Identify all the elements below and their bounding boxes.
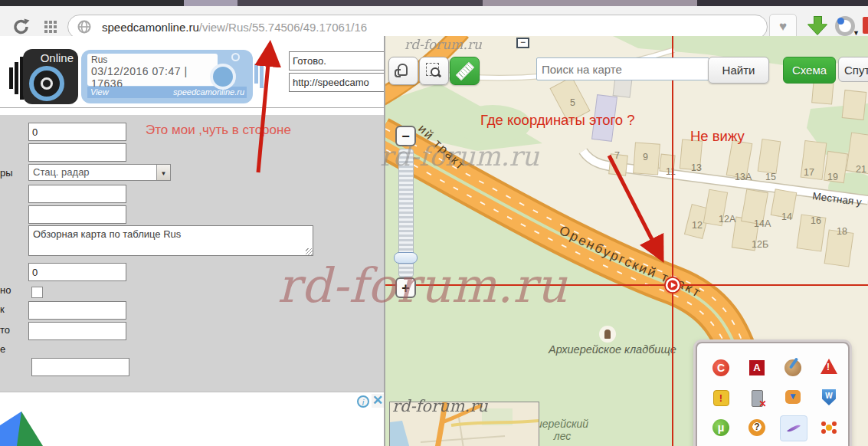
ad-logo <box>0 408 46 446</box>
camera-lens2-icon <box>210 64 236 90</box>
house-number-label: 7 <box>614 150 620 161</box>
crosshair-vertical-line <box>672 36 673 446</box>
zoom-select-tool-button[interactable] <box>419 57 449 85</box>
type-label: ры <box>0 167 13 179</box>
empty-field-5[interactable] <box>28 322 126 340</box>
house-number-label: 9 <box>643 152 648 162</box>
annotation-not-visible: Не вижу <box>690 128 745 145</box>
zoom-control: − + <box>394 126 418 302</box>
annotation-note: Это мои ,чуть в стороне <box>146 123 291 138</box>
overview-minimap[interactable] <box>389 402 539 446</box>
clipped-extension-icon[interactable] <box>863 17 868 34</box>
dropdown-arrow-icon[interactable]: ▼ <box>156 165 170 180</box>
url-text[interactable]: speedcamonline.ru/view/Rus/55.74506/49.1… <box>102 21 367 34</box>
map-search-input[interactable] <box>536 57 709 80</box>
divider <box>0 107 384 108</box>
map-canvas[interactable]: Оренбургский тракт ий тракт Местная у Гд… <box>385 36 868 446</box>
logo-online-label: Online <box>41 51 74 64</box>
empty-field-4[interactable] <box>28 301 126 320</box>
ad-banner[interactable]: i ✕ <box>0 392 384 446</box>
tray-icons-panel: CA!!✕▼Wµ? <box>696 342 850 446</box>
description-textarea[interactable] <box>28 225 313 256</box>
crosshair-horizontal-line <box>385 284 868 286</box>
id-field[interactable] <box>28 123 126 141</box>
house-number-label: 17 <box>804 167 814 178</box>
flag1-label: но <box>0 284 11 296</box>
house-number-label: 12 <box>692 220 703 231</box>
zoom-in-button[interactable]: + <box>395 277 416 298</box>
ruler-tool-button[interactable] <box>450 57 480 85</box>
house-number-label: 14 <box>781 212 792 222</box>
speed-gauge-icon[interactable]: ? <box>744 415 770 440</box>
ruler-icon <box>456 62 474 80</box>
empty-field-6[interactable] <box>31 358 129 376</box>
url-path: /view/Rus/55.74506/49.17061/16 <box>199 21 367 34</box>
reload-icon[interactable] <box>12 18 31 36</box>
red-flower-icon[interactable] <box>816 415 842 440</box>
house-number-label: 19 <box>827 172 838 182</box>
angle-field[interactable] <box>28 263 126 281</box>
flag4-label: е <box>0 343 5 355</box>
banner-view-label: View <box>90 87 109 97</box>
minimap-graphics <box>390 402 539 446</box>
zoom-out-button[interactable]: − <box>395 126 416 146</box>
left-pane: Online Rus 03/12/2016 07:47 | 17636 View… <box>0 36 385 446</box>
speedcam-logo-icon: Online <box>23 49 78 104</box>
banner-site-label: speedcamonline.ru <box>173 87 244 97</box>
empty-field-1[interactable] <box>28 143 126 162</box>
globe-icon <box>77 20 91 34</box>
puzzle-warning-icon[interactable]: ! <box>708 385 734 410</box>
warning-triangle-icon[interactable]: ! <box>816 356 842 380</box>
house-number-label: 13А <box>735 172 752 182</box>
house-number-label: 13 <box>691 162 702 173</box>
tortoise-brush-icon[interactable] <box>780 356 806 380</box>
house-number-label: 21 <box>856 164 866 175</box>
forest-label: иерейскийлес <box>536 418 588 442</box>
camera-lens-icon <box>29 66 64 101</box>
enabled-checkbox[interactable] <box>31 287 43 298</box>
minimap-collapse-button[interactable]: − <box>516 38 529 48</box>
browser-tab-strip[interactable] <box>0 0 868 6</box>
hand-icon <box>398 64 408 76</box>
banner-region-label: Rus <box>91 54 214 65</box>
house-number-label: 18 <box>837 226 847 237</box>
camera-flash-icon <box>231 53 240 61</box>
radar-type-dropdown[interactable]: Стац. радар ▼ <box>28 164 171 181</box>
adchoices-info-icon[interactable]: i <box>357 395 369 408</box>
edit-form-panel: ры Стац. радар ▼ но к то е Это мои ,чуть… <box>0 115 384 415</box>
status-url-field[interactable] <box>289 73 385 92</box>
browser-toolbar: speedcamonline.ru/view/Rus/55.74506/49.1… <box>0 6 868 37</box>
apps-grid-icon[interactable] <box>44 21 57 33</box>
wise-shield-icon[interactable]: W <box>816 385 842 410</box>
purple-feather-icon[interactable] <box>780 415 807 441</box>
cemetery-icon <box>599 326 616 343</box>
download-arrow-icon[interactable] <box>807 16 827 36</box>
house-number-label: 14А <box>754 218 771 229</box>
heart-icon: ♥ <box>779 19 787 34</box>
downloader-monkey-icon[interactable]: ▼ <box>780 385 806 410</box>
scheme-button[interactable]: Схема <box>783 57 836 84</box>
phone-blocked-icon[interactable]: ✕ <box>744 385 770 410</box>
house-number-label: 12А <box>719 214 735 225</box>
house-number-label: 16 <box>811 215 821 226</box>
url-domain: speedcamonline.ru <box>102 21 199 34</box>
house-number-label: 11 <box>666 166 676 177</box>
resize-handle[interactable] <box>306 248 313 255</box>
house-number-label: 5 <box>570 97 575 108</box>
satellite-button[interactable]: Спут <box>838 57 868 82</box>
speedcam-banner: Rus 03/12/2016 07:47 | 17636 View speedc… <box>81 50 253 103</box>
annotation-question: Где координаты этого ? <box>480 112 635 129</box>
house-number-label: 12Б <box>752 239 768 250</box>
status-ready-field[interactable] <box>289 51 385 71</box>
empty-field-2[interactable] <box>28 185 126 203</box>
pan-tool-button[interactable] <box>388 57 418 85</box>
zoom-slider-handle[interactable] <box>394 252 418 264</box>
find-button[interactable]: Найти <box>708 57 769 84</box>
ad-close-icon[interactable]: ✕ <box>372 394 384 408</box>
utorrent-icon[interactable]: µ <box>708 415 734 440</box>
empty-field-3[interactable] <box>28 205 126 224</box>
adobe-reader-icon[interactable]: A <box>744 356 770 380</box>
flag2-label: к <box>0 303 5 315</box>
ccleaner-icon[interactable]: C <box>708 356 734 380</box>
cemetery-label: Архиерейское кладбище <box>549 343 676 356</box>
